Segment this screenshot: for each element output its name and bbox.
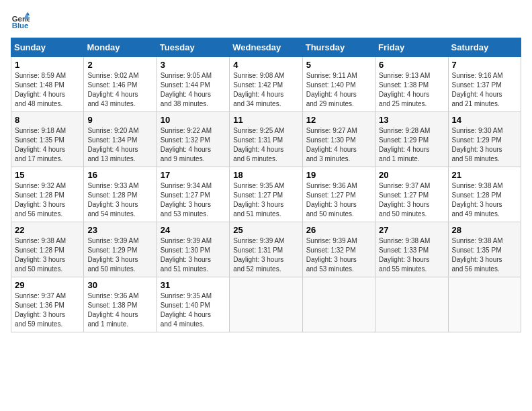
day-of-week-header: Saturday xyxy=(448,38,521,57)
calendar-day-cell: 18Sunrise: 9:35 AMSunset: 1:27 PMDayligh… xyxy=(230,167,302,222)
day-number: 5 xyxy=(306,60,371,70)
day-info: Sunrise: 9:25 AMSunset: 1:31 PMDaylight:… xyxy=(233,126,298,164)
day-info: Sunrise: 8:59 AMSunset: 1:48 PMDaylight:… xyxy=(15,71,80,109)
calendar-day-cell xyxy=(230,277,302,332)
day-number: 13 xyxy=(379,115,444,125)
calendar-body: 1Sunrise: 8:59 AMSunset: 1:48 PMDaylight… xyxy=(11,57,521,332)
day-number: 23 xyxy=(87,225,152,235)
day-number: 20 xyxy=(379,170,444,180)
calendar-day-cell: 4Sunrise: 9:08 AMSunset: 1:42 PMDaylight… xyxy=(230,57,302,112)
calendar-day-cell: 8Sunrise: 9:18 AMSunset: 1:35 PMDaylight… xyxy=(11,112,84,167)
day-info: Sunrise: 9:08 AMSunset: 1:42 PMDaylight:… xyxy=(233,71,298,109)
calendar-day-cell: 9Sunrise: 9:20 AMSunset: 1:34 PMDaylight… xyxy=(84,112,157,167)
calendar-day-cell: 17Sunrise: 9:34 AMSunset: 1:27 PMDayligh… xyxy=(157,167,229,222)
day-info: Sunrise: 9:32 AMSunset: 1:28 PMDaylight:… xyxy=(15,181,80,219)
day-of-week-header: Friday xyxy=(375,38,448,57)
day-info: Sunrise: 9:35 AMSunset: 1:27 PMDaylight:… xyxy=(233,181,298,219)
calendar-day-cell: 19Sunrise: 9:36 AMSunset: 1:27 PMDayligh… xyxy=(302,167,375,222)
day-info: Sunrise: 9:13 AMSunset: 1:38 PMDaylight:… xyxy=(379,71,444,109)
day-number: 10 xyxy=(161,115,226,125)
calendar-day-cell xyxy=(302,277,375,332)
day-number: 17 xyxy=(161,170,226,180)
calendar-day-cell: 22Sunrise: 9:38 AMSunset: 1:28 PMDayligh… xyxy=(11,222,84,277)
calendar-day-cell: 28Sunrise: 9:38 AMSunset: 1:35 PMDayligh… xyxy=(448,222,521,277)
svg-text:Blue: Blue xyxy=(12,21,29,30)
day-info: Sunrise: 9:39 AMSunset: 1:30 PMDaylight:… xyxy=(161,236,226,274)
day-info: Sunrise: 9:36 AMSunset: 1:27 PMDaylight:… xyxy=(306,181,371,219)
day-of-week-header: Monday xyxy=(84,38,157,57)
day-of-week-header: Thursday xyxy=(302,38,375,57)
day-info: Sunrise: 9:39 AMSunset: 1:32 PMDaylight:… xyxy=(306,236,371,274)
day-info: Sunrise: 9:16 AMSunset: 1:37 PMDaylight:… xyxy=(452,71,517,109)
day-number: 31 xyxy=(161,280,226,290)
day-info: Sunrise: 9:38 AMSunset: 1:28 PMDaylight:… xyxy=(15,236,80,274)
calendar-day-cell: 3Sunrise: 9:05 AMSunset: 1:44 PMDaylight… xyxy=(157,57,229,112)
day-info: Sunrise: 9:28 AMSunset: 1:29 PMDaylight:… xyxy=(379,126,444,164)
day-info: Sunrise: 9:38 AMSunset: 1:33 PMDaylight:… xyxy=(379,236,444,274)
day-number: 12 xyxy=(306,115,371,125)
day-number: 9 xyxy=(87,115,152,125)
day-number: 8 xyxy=(15,115,80,125)
calendar-day-cell: 2Sunrise: 9:02 AMSunset: 1:46 PMDaylight… xyxy=(84,57,157,112)
day-of-week-header: Sunday xyxy=(11,38,84,57)
day-number: 26 xyxy=(306,225,371,235)
day-number: 25 xyxy=(233,225,298,235)
day-number: 6 xyxy=(379,60,444,70)
day-info: Sunrise: 9:34 AMSunset: 1:27 PMDaylight:… xyxy=(161,181,226,219)
day-info: Sunrise: 9:18 AMSunset: 1:35 PMDaylight:… xyxy=(15,126,80,164)
calendar-week-row: 1Sunrise: 8:59 AMSunset: 1:48 PMDaylight… xyxy=(11,57,521,112)
calendar-day-cell xyxy=(448,277,521,332)
day-number: 15 xyxy=(15,170,80,180)
day-number: 22 xyxy=(15,225,80,235)
day-number: 3 xyxy=(161,60,226,70)
day-number: 19 xyxy=(306,170,371,180)
logo-icon: General Blue xyxy=(11,11,30,30)
calendar-day-cell: 11Sunrise: 9:25 AMSunset: 1:31 PMDayligh… xyxy=(230,112,302,167)
day-info: Sunrise: 9:38 AMSunset: 1:35 PMDaylight:… xyxy=(452,236,517,274)
day-info: Sunrise: 9:35 AMSunset: 1:40 PMDaylight:… xyxy=(161,291,226,329)
calendar-day-cell: 21Sunrise: 9:38 AMSunset: 1:28 PMDayligh… xyxy=(448,167,521,222)
calendar-day-cell: 20Sunrise: 9:37 AMSunset: 1:27 PMDayligh… xyxy=(375,167,448,222)
logo: General Blue xyxy=(11,11,32,30)
calendar-day-cell: 5Sunrise: 9:11 AMSunset: 1:40 PMDaylight… xyxy=(302,57,375,112)
day-number: 28 xyxy=(452,225,517,235)
page-header: General Blue xyxy=(11,11,521,30)
calendar-day-cell: 15Sunrise: 9:32 AMSunset: 1:28 PMDayligh… xyxy=(11,167,84,222)
day-number: 24 xyxy=(161,225,226,235)
calendar-day-cell: 31Sunrise: 9:35 AMSunset: 1:40 PMDayligh… xyxy=(157,277,229,332)
day-info: Sunrise: 9:33 AMSunset: 1:28 PMDaylight:… xyxy=(87,181,152,219)
calendar-day-cell: 23Sunrise: 9:39 AMSunset: 1:29 PMDayligh… xyxy=(84,222,157,277)
day-number: 27 xyxy=(379,225,444,235)
calendar-week-row: 29Sunrise: 9:37 AMSunset: 1:36 PMDayligh… xyxy=(11,277,521,332)
day-of-week-header: Wednesday xyxy=(230,38,302,57)
day-info: Sunrise: 9:11 AMSunset: 1:40 PMDaylight:… xyxy=(306,71,371,109)
day-info: Sunrise: 9:38 AMSunset: 1:28 PMDaylight:… xyxy=(452,181,517,219)
day-number: 1 xyxy=(15,60,80,70)
day-info: Sunrise: 9:36 AMSunset: 1:38 PMDaylight:… xyxy=(87,291,152,329)
calendar-day-cell: 10Sunrise: 9:22 AMSunset: 1:32 PMDayligh… xyxy=(157,112,229,167)
day-number: 30 xyxy=(87,280,152,290)
calendar-day-cell: 13Sunrise: 9:28 AMSunset: 1:29 PMDayligh… xyxy=(375,112,448,167)
day-info: Sunrise: 9:27 AMSunset: 1:30 PMDaylight:… xyxy=(306,126,371,164)
calendar-week-row: 15Sunrise: 9:32 AMSunset: 1:28 PMDayligh… xyxy=(11,167,521,222)
day-number: 21 xyxy=(452,170,517,180)
day-number: 29 xyxy=(15,280,80,290)
calendar-day-cell: 26Sunrise: 9:39 AMSunset: 1:32 PMDayligh… xyxy=(302,222,375,277)
day-info: Sunrise: 9:39 AMSunset: 1:29 PMDaylight:… xyxy=(87,236,152,274)
calendar-day-cell: 24Sunrise: 9:39 AMSunset: 1:30 PMDayligh… xyxy=(157,222,229,277)
calendar-day-cell: 1Sunrise: 8:59 AMSunset: 1:48 PMDaylight… xyxy=(11,57,84,112)
calendar-day-cell: 30Sunrise: 9:36 AMSunset: 1:38 PMDayligh… xyxy=(84,277,157,332)
day-info: Sunrise: 9:22 AMSunset: 1:32 PMDaylight:… xyxy=(161,126,226,164)
calendar-day-cell: 29Sunrise: 9:37 AMSunset: 1:36 PMDayligh… xyxy=(11,277,84,332)
day-number: 16 xyxy=(87,170,152,180)
day-info: Sunrise: 9:30 AMSunset: 1:29 PMDaylight:… xyxy=(452,126,517,164)
day-number: 2 xyxy=(87,60,152,70)
day-of-week-header: Tuesday xyxy=(157,38,229,57)
calendar-day-cell: 14Sunrise: 9:30 AMSunset: 1:29 PMDayligh… xyxy=(448,112,521,167)
day-info: Sunrise: 9:20 AMSunset: 1:34 PMDaylight:… xyxy=(87,126,152,164)
day-number: 14 xyxy=(452,115,517,125)
calendar-day-cell xyxy=(375,277,448,332)
calendar-day-cell: 27Sunrise: 9:38 AMSunset: 1:33 PMDayligh… xyxy=(375,222,448,277)
day-info: Sunrise: 9:37 AMSunset: 1:27 PMDaylight:… xyxy=(379,181,444,219)
day-info: Sunrise: 9:37 AMSunset: 1:36 PMDaylight:… xyxy=(15,291,80,329)
